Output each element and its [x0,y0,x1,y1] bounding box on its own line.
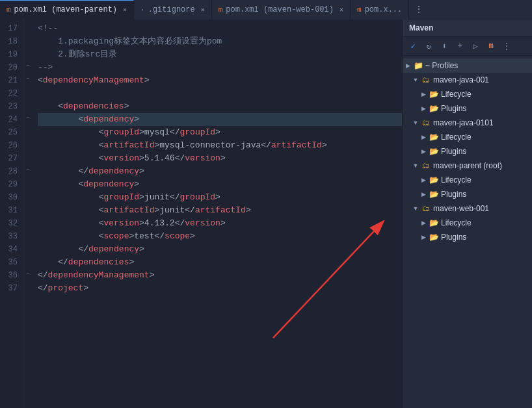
lifecycle-2-icon: 📂 [429,132,439,142]
maven-more-button[interactable]: ⋮ [500,40,513,53]
tree-lifecycle-2[interactable]: ▶ 📂 Lifecycle [403,130,532,144]
lifecycle-2-arrow[interactable]: ▶ [418,130,429,144]
fold-27[interactable] [23,149,33,162]
tab-close-3[interactable]: ✕ [339,6,343,14]
tree-plugins-2[interactable]: ▶ 📂 Plugins [403,144,532,159]
maven-tree[interactable]: ▶ 📁 ~ Profiles ▼ 🗂 maven-java-001 ▶ 📂 Li… [403,56,532,408]
maven-web-001-icon: 🗂 [421,203,431,214]
tree-plugins-1[interactable]: ▶ 📂 Plugins [403,101,532,116]
fold-35[interactable] [23,253,33,266]
tab-label-1: pom.xml (maven-parent) [14,5,117,14]
code-line-36: </dependencyManagement> [38,269,402,282]
maven-parent-icon: 🗂 [421,160,431,171]
code-line-29: <dependency> [38,178,402,191]
plugins-4-arrow[interactable]: ▶ [418,230,429,244]
ln-31: 31 [3,204,18,217]
fold-29[interactable] [23,175,33,188]
tree-lifecycle-3[interactable]: ▶ 📂 Lifecycle [403,173,532,187]
maven-run-button[interactable]: ▷ [469,40,482,53]
lifecycle-4-arrow[interactable]: ▶ [418,216,429,230]
lifecycle-1-arrow[interactable]: ▶ [418,87,429,101]
maven-refresh-button[interactable]: ↻ [422,40,435,53]
tree-maven-java-001[interactable]: ▼ 🗂 maven-java-001 [403,73,532,87]
maven-web-001-arrow[interactable]: ▼ [410,201,421,216]
fold-17[interactable] [23,19,33,32]
ln-29: 29 [3,178,18,191]
ln-22: 22 [3,87,18,100]
maven-parent-arrow[interactable]: ▼ [410,159,421,173]
tab-bar: m pom.xml (maven-parent) ✕ · .gitignore … [0,0,532,19]
code-line-30: <groupId>junit</groupId> [38,191,402,204]
plugins-4-label: Plugins [441,233,466,242]
fold-24[interactable]: – [23,110,33,123]
plugins-1-arrow[interactable]: ▶ [418,101,429,116]
ln-27: 27 [3,152,18,165]
profiles-icon: 📁 [413,60,423,71]
tree-plugins-4[interactable]: ▶ 📂 Plugins [403,230,532,244]
maven-check-button[interactable]: ✓ [406,40,419,53]
fold-25[interactable] [23,123,33,136]
fold-34[interactable] [23,240,33,253]
tree-profiles-section[interactable]: ▶ 📁 ~ Profiles [403,58,532,73]
code-line-31: <artifactId>junit</artifactId> [38,204,402,217]
code-line-24: <dependency> [38,113,402,126]
tab-label-3: pom.xml (maven-web-001) [226,5,334,14]
fold-22[interactable] [23,84,33,97]
tab-overflow-button[interactable]: ⋮ [409,4,429,15]
fold-23[interactable] [23,97,33,110]
maven-m-button[interactable]: m [485,40,498,53]
lifecycle-1-icon: 📂 [429,89,439,99]
lifecycle-3-arrow[interactable]: ▶ [418,173,429,187]
maven-java-001-arrow[interactable]: ▼ [410,73,421,87]
ln-23: 23 [3,100,18,113]
profiles-expand-arrow[interactable]: ▶ [403,58,413,73]
fold-19[interactable] [23,45,33,58]
tree-lifecycle-4[interactable]: ▶ 📂 Lifecycle [403,216,532,230]
code-line-26: <artifactId>mysql-connector-java</artifa… [38,139,402,152]
tab-pom-extra[interactable]: m pom.x... [351,0,409,19]
tree-maven-parent[interactable]: ▼ 🗂 maven-parent (root) [403,159,532,173]
fold-20[interactable]: – [23,58,33,71]
fold-32[interactable] [23,214,33,227]
tab-close-2[interactable]: ✕ [201,6,205,14]
maven-add-button[interactable]: + [453,40,466,53]
tab-close-1[interactable]: ✕ [123,6,127,14]
ln-28: 28 [3,165,18,178]
ln-24: 24 [3,113,18,126]
tab-pom-maven-parent[interactable]: m pom.xml (maven-parent) ✕ [0,0,134,19]
ln-34: 34 [3,243,18,256]
fold-33[interactable] [23,227,33,240]
maven-java-0101-arrow[interactable]: ▼ [410,116,421,130]
code-text: 2.删除src目录 [38,48,117,61]
profiles-label: ~ Profiles [425,61,458,70]
lifecycle-3-icon: 📂 [429,175,439,185]
fold-26[interactable] [23,136,33,149]
tree-plugins-3[interactable]: ▶ 📂 Plugins [403,187,532,201]
fold-30[interactable] [23,188,33,201]
fold-37[interactable] [23,279,33,292]
fold-28[interactable]: – [23,162,33,175]
code-text: --> [38,61,53,74]
tab-icon-1: m [7,6,11,14]
lifecycle-1-label: Lifecycle [441,90,472,99]
tab-gitignore[interactable]: · .gitignore ✕ [134,0,212,19]
code-line-27: <version>5.1.46</version> [38,152,402,165]
ln-32: 32 [3,217,18,230]
maven-java-0101-label: maven-java-0101 [433,118,494,127]
code-editor[interactable]: <!-- 1.packaging标签文本内容必须设置为pom 2.删除src目录… [33,19,402,408]
plugins-2-arrow[interactable]: ▶ [418,144,429,159]
fold-31[interactable] [23,201,33,214]
fold-18[interactable] [23,32,33,45]
tree-maven-web-001[interactable]: ▼ 🗂 maven-web-001 [403,201,532,216]
tab-pom-maven-web-001[interactable]: m pom.xml (maven-web-001) ✕ [212,0,351,19]
maven-header: Maven [403,19,532,37]
fold-36[interactable]: – [23,266,33,279]
code-line-21: <dependencyManagement> [38,74,402,87]
ln-25: 25 [3,126,18,139]
plugins-3-arrow[interactable]: ▶ [418,187,429,201]
maven-download-button[interactable]: ⬇ [438,40,451,53]
tree-maven-java-0101[interactable]: ▼ 🗂 maven-java-0101 [403,116,532,130]
fold-21[interactable]: – [23,71,33,84]
maven-java-001-label: maven-java-001 [433,75,489,84]
tree-lifecycle-1[interactable]: ▶ 📂 Lifecycle [403,87,532,101]
